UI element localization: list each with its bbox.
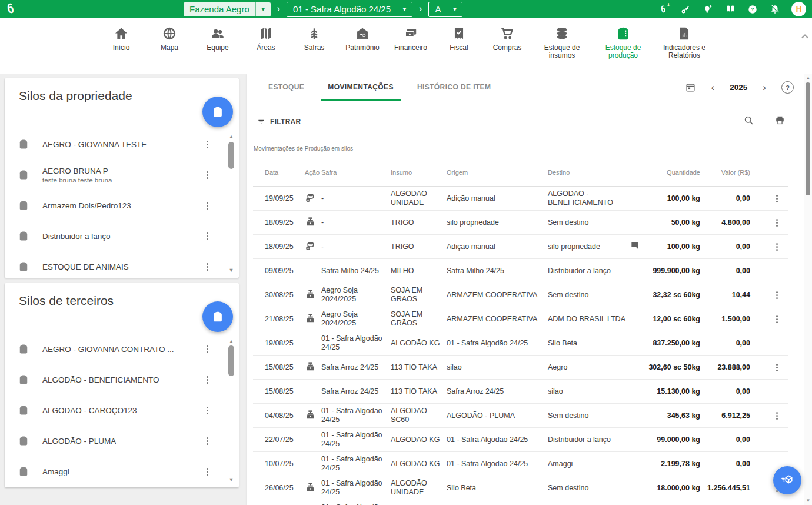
nav-label: Início — [113, 44, 130, 52]
silo-subtitle: teste bruna teste bruna — [42, 177, 112, 184]
item-menu-button[interactable] — [204, 435, 211, 447]
table-row[interactable]: 21/08/25 Aegro Soja 2024/2025 SOJA EM GR… — [253, 307, 788, 331]
globe-icon — [162, 26, 177, 41]
cell-valor: 1.500,00 — [705, 312, 755, 327]
cell-origem: silo propriedade — [447, 215, 548, 230]
table-row[interactable]: 18/09/25 - TRIGO silo propriedade Sem de… — [253, 211, 788, 235]
silo-list-item[interactable]: ALGODÃO - PLUMA — [5, 426, 214, 456]
item-menu-button[interactable] — [204, 261, 211, 273]
silo-list-item[interactable]: Armazem Dois/Pedro123 — [5, 190, 214, 221]
scroll-up-icon[interactable]: ▲ — [227, 338, 236, 344]
nav-fiscal[interactable]: Fiscal — [437, 26, 481, 52]
list-scrollbar[interactable]: ▲ ▼ — [227, 338, 236, 483]
item-menu-button[interactable] — [204, 343, 211, 356]
table-row[interactable]: 15/08/25 Safra Arroz 24/25 113 TIO TAKA … — [253, 356, 788, 380]
next-year-button[interactable]: › — [761, 82, 767, 92]
row-menu-button[interactable] — [774, 192, 780, 205]
table-row[interactable]: 22/07/25 01 - Safra Algodão 24/25 ALGODÃ… — [253, 428, 788, 452]
scrollbar-thumb[interactable] — [228, 345, 234, 376]
row-menu-button[interactable] — [774, 289, 780, 301]
nav-mapa[interactable]: Mapa — [148, 26, 191, 52]
add-property-silo-button[interactable] — [202, 97, 233, 127]
aegro-logo-icon[interactable]: ∂ — [7, 1, 14, 16]
book-icon[interactable] — [724, 4, 736, 15]
row-menu-button[interactable] — [774, 313, 780, 325]
nav-compras[interactable]: Compras — [485, 26, 529, 52]
silo-list-item[interactable]: ALGODÃO - CAROÇO123 — [5, 395, 214, 426]
season-select[interactable]: 01 - Safra Algodão 24/25 ▼ — [287, 2, 412, 17]
silo-list-item[interactable]: AEGRO - GIOVANNA TESTE — [5, 129, 214, 160]
notifications-off-icon[interactable] — [769, 4, 781, 15]
item-menu-button[interactable] — [204, 466, 211, 478]
table-row[interactable]: 01 - Safra Algodão 24/25 ALGODÃO 01 - Sa… — [253, 500, 788, 505]
silo-name: AEGRO - GIOVANNA TESTE — [42, 140, 147, 149]
nav-safras[interactable]: Safras — [292, 26, 336, 52]
table-row[interactable]: 04/08/25 01 - Safra Algodão 24/25 ALGODÃ… — [253, 404, 788, 428]
silo-list-item[interactable]: AEGRO - GIOVANNA CONTRATO ... — [5, 334, 214, 364]
table-row[interactable]: 15/08/25 Safra Arroz 24/25 113 TIO TAKA … — [253, 380, 788, 404]
avatar[interactable]: H — [791, 2, 806, 16]
silo-list-item[interactable]: ESTOQUE DE ANIMAIS — [5, 251, 214, 275]
filter-button[interactable]: FILTRAR — [257, 117, 301, 127]
silo-list-item[interactable]: ALGODÃO - BENEFICIAMENTO — [5, 364, 214, 395]
nav-patrimonio[interactable]: Patrimônio — [341, 26, 384, 52]
nav-estoque-producao[interactable]: Estoque de produção — [595, 26, 651, 59]
cell-valor: 0,00 — [705, 384, 755, 399]
silo-list-item[interactable]: AEGRO BRUNA P teste bruna teste bruna — [5, 160, 214, 190]
comment-flag-icon[interactable] — [630, 244, 640, 252]
table-row[interactable]: 18/09/25 - TRIGO Adição manual silo prop… — [253, 235, 788, 259]
nav-financeiro[interactable]: Financeiro — [389, 26, 432, 52]
nav-indicadores[interactable]: Indicadores e Relatórios — [656, 26, 713, 59]
key-icon[interactable] — [680, 4, 691, 15]
silo-list-item[interactable]: Distribuidor a lanço — [5, 221, 214, 251]
item-menu-button[interactable] — [204, 169, 211, 181]
scroll-down-icon[interactable]: ▼ — [227, 477, 236, 483]
nav-inicio[interactable]: Início — [99, 26, 143, 52]
scroll-up-icon[interactable] — [801, 31, 809, 42]
list-scrollbar[interactable]: ▲ ▼ — [227, 134, 236, 273]
cell-destino: Sem destino — [548, 481, 630, 496]
previous-year-button[interactable]: ‹ — [710, 82, 716, 92]
search-icon[interactable] — [743, 115, 754, 126]
subdivision-select[interactable]: A ▼ — [428, 2, 462, 17]
scroll-down-icon[interactable]: ▼ — [227, 267, 236, 273]
scrollbar-thumb[interactable] — [806, 82, 810, 195]
nav-estoque-insumos[interactable]: Estoque de insumos — [534, 26, 590, 59]
nav-areas[interactable]: Áreas — [244, 26, 288, 52]
lightbulb-plus-icon[interactable] — [702, 4, 714, 15]
scroll-up-icon[interactable]: ▲ — [227, 134, 236, 139]
scroll-down-icon[interactable]: ▼ — [804, 498, 812, 503]
table-row[interactable]: 19/09/25 - ALGODÃO UNIDADE Adição manual… — [253, 187, 788, 211]
move-production-button[interactable] — [773, 466, 801, 494]
row-menu-button[interactable] — [774, 410, 780, 422]
item-menu-button[interactable] — [204, 230, 211, 242]
page-scrollbar[interactable]: ▲ ▼ — [804, 74, 812, 505]
help-icon[interactable]: ? — [747, 4, 758, 15]
farm-select[interactable]: Fazenda Aegro ▼ — [184, 2, 271, 16]
item-menu-button[interactable] — [204, 138, 211, 151]
item-menu-button[interactable] — [204, 404, 211, 417]
help-icon[interactable]: ? — [781, 81, 794, 94]
table-row[interactable]: 26/06/25 01 - Safra Algodão 24/25 ALGODÃ… — [253, 476, 788, 500]
cell-safra: 01 - Safra Algodão 24/25 — [321, 331, 391, 355]
silo-list-item[interactable]: Amaggi — [5, 456, 214, 485]
table-row[interactable]: 09/09/25 Safra Milho 24/25 MILHO Safra M… — [253, 259, 788, 283]
nav-equipe[interactable]: Equipe — [196, 26, 239, 52]
row-menu-button[interactable] — [774, 241, 780, 253]
row-menu-button[interactable] — [774, 361, 780, 374]
sale-icon — [305, 317, 316, 325]
table-row[interactable]: 10/07/25 01 - Safra Algodão 24/25 ALGODÃ… — [253, 452, 788, 476]
add-account-icon[interactable]: ∂+ — [657, 4, 669, 15]
table-row[interactable]: 19/08/25 01 - Safra Algodão 24/25 ALGODÃ… — [253, 331, 788, 356]
item-menu-button[interactable] — [204, 200, 211, 212]
add-third-party-silo-button[interactable] — [202, 301, 233, 332]
nav-label: Indicadores e Relatórios — [660, 44, 709, 59]
item-menu-button[interactable] — [204, 374, 211, 386]
scrollbar-thumb[interactable] — [228, 142, 234, 169]
cell-valor: 0,00 — [705, 433, 755, 447]
scroll-up-icon[interactable]: ▲ — [804, 75, 812, 81]
print-icon[interactable] — [774, 115, 786, 126]
table-row[interactable]: 30/08/25 Aegro Soja 2024/2025 SOJA EM GR… — [253, 283, 788, 307]
calendar-icon[interactable] — [685, 82, 696, 93]
row-menu-button[interactable] — [774, 217, 780, 229]
